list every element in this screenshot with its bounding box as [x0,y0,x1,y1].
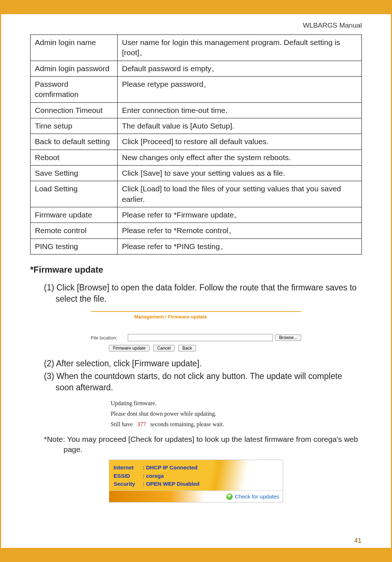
table-row: Password comfirmationPlease retype passw… [30,77,362,103]
page-number: 41 [354,537,362,545]
firmware-update-dialog: Management / Firmware update File locati… [91,311,301,351]
setting-desc: Please refer to *PING testing。 [118,239,362,254]
top-orange-bar [1,1,391,14]
setting-desc: Default password is empty。 [118,61,362,76]
setting-desc: Click [Save] to save your setting values… [118,166,362,181]
table-row: Back to default settingClick [Proceed] t… [30,134,362,150]
setting-name: Remote control [30,223,118,239]
table-row: Connection TimeoutEnter connection time-… [30,102,362,118]
cancel-button[interactable]: Cancel [153,345,175,351]
bottom-orange-bar [1,548,391,561]
file-location-input[interactable] [128,334,273,341]
setting-desc: Please retype password。 [118,77,362,103]
setting-desc: Click [Proceed] to restore all default v… [118,134,362,150]
back-button[interactable]: Back [178,345,196,351]
step-1: (1) Click [Browse] to open the data fold… [44,282,362,305]
breadcrumb: Management / Firmware update [91,314,301,319]
setting-name: PING testing [30,239,118,254]
setting-name: Save Setting [30,166,118,181]
step-2: (2) After selection, click [Firmware upd… [44,358,362,369]
setting-name: Load Setting [30,181,118,207]
check-updates-icon [226,493,233,500]
table-row: Load SettingClick [Load] to load the fil… [30,181,362,207]
table-row: PING testingPlease refer to *PING testin… [30,239,362,254]
updating-line-2: Please dont shut down power while updati… [111,409,281,419]
step-3: (3) When the countdown starts, do not cl… [44,371,362,393]
table-row: Remote controlPlease refer to *Remote co… [30,223,362,239]
table-row: RebootNew changes only effect after the … [30,150,362,165]
note-check-updates: *Note: You may proceed [Check for update… [44,434,362,455]
setting-desc: Click [Load] to load the files of your s… [118,181,362,207]
table-row: Time setupThe default value is [Auto Set… [30,118,362,134]
file-location-label: File location: [91,335,126,341]
setting-name: Reboot [30,150,118,165]
setting-name: Back to default setting [30,134,118,150]
setting-name: Time setup [30,118,118,134]
setting-name: Connection Timeout [30,102,118,118]
setting-desc: Please refer to *Remote control。 [118,223,362,239]
countdown-seconds: 377 [137,421,146,427]
updating-line-1: Updating firmware. [111,398,281,409]
countdown-prefix: Still have [111,421,133,427]
countdown-suffix: seconds remaining, please wait. [150,421,224,427]
setting-desc: Enter connection time-out time. [118,102,362,118]
updating-firmware-message: Updating firmware. Please dont shut down… [111,398,281,429]
manual-title: WLBARGS Manual [30,21,362,29]
updating-line-3: Still have 377 seconds remaining, please… [111,419,281,430]
table-row: Admin login passwordDefault password is … [30,61,362,76]
setting-name: Password comfirmation [30,77,118,103]
setting-desc: The default value is [Auto Setup]. [118,118,362,134]
page-content: WLBARGS Manual Admin login nameUser name… [1,14,391,548]
setting-desc: New changes only effect after the system… [118,150,362,165]
status-internet-label: Internet [114,464,143,472]
status-security-value: : OPEN WEP Disabled [143,481,199,487]
browse-button[interactable]: Browse... [275,334,301,341]
settings-table: Admin login nameUser name for login this… [30,34,362,254]
status-internet-value: : DHCP IP Connected [143,464,197,471]
status-essid-value: : corega [143,473,164,479]
divider [91,311,301,312]
check-updates-link[interactable]: Check for updates [235,493,279,500]
status-banner-body: Internet: DHCP IP Connected ESSID: coreg… [109,460,283,490]
table-row: Save SettingClick [Save] to save your se… [30,166,362,181]
setting-name: Admin login password [30,61,118,76]
status-essid-label: ESSID [114,472,143,480]
setting-name: Admin login name [30,35,118,61]
table-row: Firmware updatePlease refer to *Firmware… [30,207,362,223]
firmware-update-button[interactable]: Firmware update [109,345,150,351]
setting-desc: User name for login this management prog… [118,35,362,61]
status-banner: Internet: DHCP IP Connected ESSID: coreg… [109,460,283,502]
setting-desc: Please refer to *Firmware update。 [118,207,362,223]
status-banner-footer: Check for updates [109,490,283,502]
status-security-label: Security [114,480,143,488]
section-heading-firmware-update: *Firmware update [30,265,362,275]
table-row: Admin login nameUser name for login this… [30,35,362,61]
setting-name: Firmware update [30,207,118,223]
